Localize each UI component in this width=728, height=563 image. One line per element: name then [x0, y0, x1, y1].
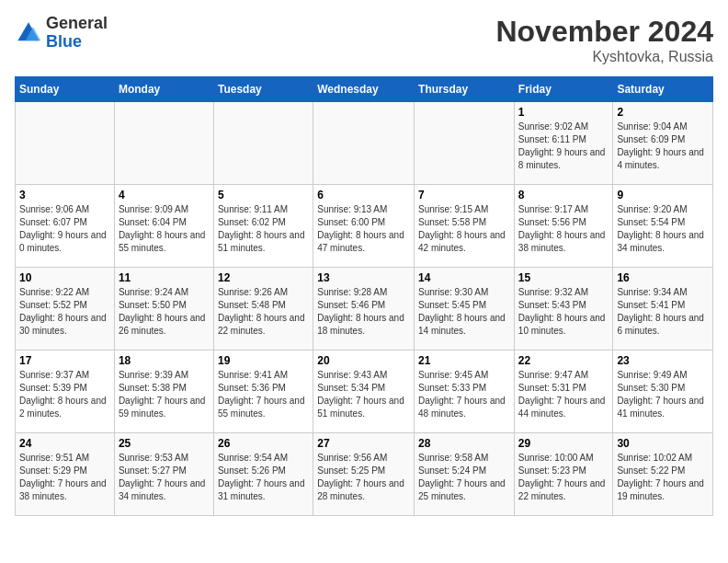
- day-info: Sunrise: 9:41 AMSunset: 5:36 PMDaylight:…: [218, 369, 309, 420]
- day-number: 11: [119, 271, 210, 284]
- day-number: 8: [518, 189, 609, 201]
- day-cell: 7Sunrise: 9:15 AMSunset: 5:58 PMDaylight…: [415, 185, 515, 268]
- day-cell: 2Sunrise: 9:04 AMSunset: 6:09 PMDaylight…: [613, 102, 713, 185]
- day-info: Sunrise: 9:49 AMSunset: 5:30 PMDaylight:…: [617, 369, 709, 420]
- day-cell: [415, 102, 515, 185]
- day-cell: 18Sunrise: 9:39 AMSunset: 5:38 PMDayligh…: [114, 350, 213, 433]
- day-cell: 20Sunrise: 9:43 AMSunset: 5:34 PMDayligh…: [313, 350, 415, 433]
- day-cell: 12Sunrise: 9:26 AMSunset: 5:48 PMDayligh…: [213, 268, 313, 350]
- day-number: 10: [19, 271, 110, 284]
- day-cell: 4Sunrise: 9:09 AMSunset: 6:04 PMDaylight…: [114, 185, 213, 268]
- header-cell-tuesday: Tuesday: [213, 77, 313, 102]
- header-cell-friday: Friday: [514, 77, 613, 102]
- day-number: 30: [617, 437, 709, 450]
- day-cell: [114, 102, 213, 185]
- day-cell: 24Sunrise: 9:51 AMSunset: 5:29 PMDayligh…: [16, 433, 115, 516]
- day-info: Sunrise: 9:13 AMSunset: 6:00 PMDaylight:…: [317, 203, 410, 255]
- day-info: Sunrise: 10:00 AMSunset: 5:23 PMDaylight…: [518, 452, 609, 503]
- day-number: 15: [518, 271, 609, 284]
- location: Kyshtovka, Russia: [495, 49, 713, 65]
- day-info: Sunrise: 9:54 AMSunset: 5:26 PMDaylight:…: [218, 452, 309, 503]
- day-cell: 1Sunrise: 9:02 AMSunset: 6:11 PMDaylight…: [514, 102, 613, 185]
- day-info: Sunrise: 9:30 AMSunset: 5:45 PMDaylight:…: [418, 286, 510, 338]
- day-number: 5: [218, 189, 309, 201]
- day-cell: 29Sunrise: 10:00 AMSunset: 5:23 PMDaylig…: [514, 433, 613, 516]
- header-cell-saturday: Saturday: [613, 77, 713, 102]
- day-info: Sunrise: 9:17 AMSunset: 5:56 PMDaylight:…: [518, 203, 609, 255]
- day-cell: 28Sunrise: 9:58 AMSunset: 5:24 PMDayligh…: [415, 433, 515, 516]
- header-cell-monday: Monday: [114, 77, 213, 102]
- day-cell: 19Sunrise: 9:41 AMSunset: 5:36 PMDayligh…: [213, 350, 313, 433]
- day-info: Sunrise: 9:15 AMSunset: 5:58 PMDaylight:…: [418, 203, 510, 255]
- header-row: SundayMondayTuesdayWednesdayThursdayFrid…: [16, 77, 713, 102]
- calendar-body: 1Sunrise: 9:02 AMSunset: 6:11 PMDaylight…: [16, 102, 713, 516]
- day-info: Sunrise: 9:45 AMSunset: 5:33 PMDaylight:…: [418, 369, 510, 420]
- day-cell: 27Sunrise: 9:56 AMSunset: 5:25 PMDayligh…: [313, 433, 415, 516]
- logo-text: General Blue: [46, 15, 108, 52]
- header-cell-thursday: Thursday: [415, 77, 515, 102]
- day-info: Sunrise: 9:34 AMSunset: 5:41 PMDaylight:…: [617, 286, 709, 338]
- week-row-5: 24Sunrise: 9:51 AMSunset: 5:29 PMDayligh…: [16, 433, 713, 516]
- day-cell: 6Sunrise: 9:13 AMSunset: 6:00 PMDaylight…: [313, 185, 415, 268]
- day-cell: 8Sunrise: 9:17 AMSunset: 5:56 PMDaylight…: [514, 185, 613, 268]
- logo: General Blue: [15, 15, 108, 52]
- day-info: Sunrise: 9:22 AMSunset: 5:52 PMDaylight:…: [19, 286, 110, 338]
- day-number: 7: [418, 189, 510, 201]
- day-cell: 9Sunrise: 9:20 AMSunset: 5:54 PMDaylight…: [613, 185, 713, 268]
- day-info: Sunrise: 9:58 AMSunset: 5:24 PMDaylight:…: [418, 452, 510, 503]
- day-cell: 15Sunrise: 9:32 AMSunset: 5:43 PMDayligh…: [514, 268, 613, 350]
- day-info: Sunrise: 9:24 AMSunset: 5:50 PMDaylight:…: [119, 286, 210, 338]
- day-info: Sunrise: 9:06 AMSunset: 6:07 PMDaylight:…: [19, 203, 110, 255]
- week-row-4: 17Sunrise: 9:37 AMSunset: 5:39 PMDayligh…: [16, 350, 713, 433]
- day-number: 14: [418, 271, 510, 284]
- header-cell-wednesday: Wednesday: [313, 77, 415, 102]
- day-info: Sunrise: 9:09 AMSunset: 6:04 PMDaylight:…: [119, 203, 210, 255]
- day-cell: 26Sunrise: 9:54 AMSunset: 5:26 PMDayligh…: [213, 433, 313, 516]
- header-cell-sunday: Sunday: [16, 77, 115, 102]
- day-number: 22: [518, 354, 609, 367]
- day-number: 17: [19, 354, 110, 367]
- day-cell: 22Sunrise: 9:47 AMSunset: 5:31 PMDayligh…: [514, 350, 613, 433]
- calendar-header: SundayMondayTuesdayWednesdayThursdayFrid…: [16, 77, 713, 102]
- day-cell: 14Sunrise: 9:30 AMSunset: 5:45 PMDayligh…: [415, 268, 515, 350]
- day-number: 24: [19, 437, 110, 450]
- day-cell: 25Sunrise: 9:53 AMSunset: 5:27 PMDayligh…: [114, 433, 213, 516]
- title-block: November 2024 Kyshtovka, Russia: [495, 15, 713, 65]
- day-number: 19: [218, 354, 309, 367]
- logo-icon: [15, 19, 42, 47]
- day-number: 27: [317, 437, 410, 450]
- day-info: Sunrise: 9:43 AMSunset: 5:34 PMDaylight:…: [317, 369, 410, 420]
- day-number: 29: [518, 437, 609, 450]
- day-cell: 21Sunrise: 9:45 AMSunset: 5:33 PMDayligh…: [415, 350, 515, 433]
- day-info: Sunrise: 9:39 AMSunset: 5:38 PMDaylight:…: [119, 369, 210, 420]
- day-info: Sunrise: 9:11 AMSunset: 6:02 PMDaylight:…: [218, 203, 309, 255]
- day-number: 16: [617, 271, 709, 284]
- day-cell: [16, 102, 115, 185]
- day-info: Sunrise: 9:02 AMSunset: 6:11 PMDaylight:…: [518, 121, 609, 172]
- day-cell: 30Sunrise: 10:02 AMSunset: 5:22 PMDaylig…: [613, 433, 713, 516]
- month-title: November 2024: [495, 15, 713, 49]
- day-number: 6: [317, 189, 410, 201]
- day-number: 1: [518, 106, 609, 119]
- day-cell: 17Sunrise: 9:37 AMSunset: 5:39 PMDayligh…: [16, 350, 115, 433]
- day-number: 20: [317, 354, 410, 367]
- day-number: 3: [19, 189, 110, 201]
- day-info: Sunrise: 10:02 AMSunset: 5:22 PMDaylight…: [617, 452, 709, 503]
- day-cell: 3Sunrise: 9:06 AMSunset: 6:07 PMDaylight…: [16, 185, 115, 268]
- day-cell: 23Sunrise: 9:49 AMSunset: 5:30 PMDayligh…: [613, 350, 713, 433]
- day-info: Sunrise: 9:20 AMSunset: 5:54 PMDaylight:…: [617, 203, 709, 255]
- day-number: 21: [418, 354, 510, 367]
- day-cell: 5Sunrise: 9:11 AMSunset: 6:02 PMDaylight…: [213, 185, 313, 268]
- logo-general: General: [46, 14, 108, 32]
- day-cell: 11Sunrise: 9:24 AMSunset: 5:50 PMDayligh…: [114, 268, 213, 350]
- day-number: 9: [617, 189, 709, 201]
- day-info: Sunrise: 9:37 AMSunset: 5:39 PMDaylight:…: [19, 369, 110, 420]
- day-info: Sunrise: 9:26 AMSunset: 5:48 PMDaylight:…: [218, 286, 309, 338]
- week-row-3: 10Sunrise: 9:22 AMSunset: 5:52 PMDayligh…: [16, 268, 713, 350]
- day-number: 2: [617, 106, 709, 119]
- day-info: Sunrise: 9:04 AMSunset: 6:09 PMDaylight:…: [617, 121, 709, 172]
- day-cell: [313, 102, 415, 185]
- day-number: 23: [617, 354, 709, 367]
- logo-blue: Blue: [46, 32, 82, 51]
- page-header: General Blue November 2024 Kyshtovka, Ru…: [15, 15, 713, 65]
